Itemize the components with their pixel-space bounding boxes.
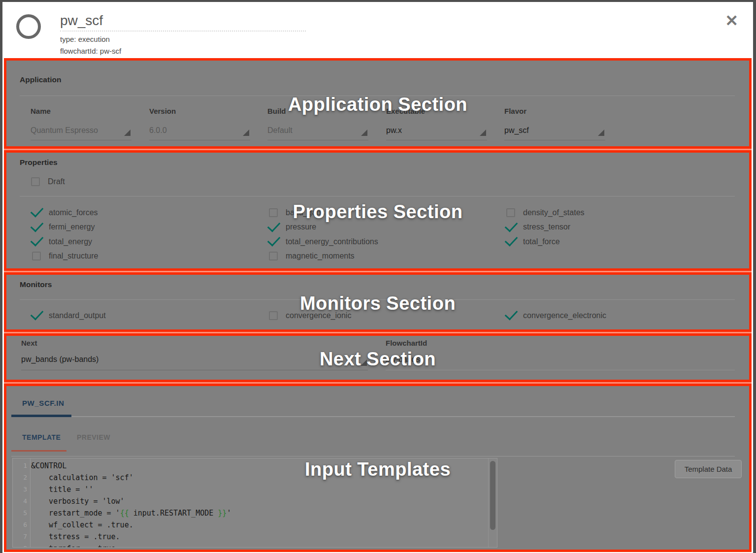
dialog-header: pw_scf type: execution flowchartId: pw-s… <box>2 2 753 58</box>
app-field-build: BuildDefault <box>267 107 368 140</box>
checkbox-item-band_gaps[interactable]: band_gaps <box>269 205 378 220</box>
code-line: wf_collect = .true. <box>31 519 488 531</box>
unit-flowchart-id-text: flowchartId: pw-scf <box>60 47 306 55</box>
build-select[interactable]: Default <box>267 126 368 140</box>
name-select[interactable]: Quantum Espresso <box>31 126 131 140</box>
line-number: 1 <box>13 460 30 472</box>
line-number: 2 <box>13 472 30 484</box>
checkbox-label: total_force <box>523 237 560 246</box>
editor-scrollbar[interactable] <box>488 458 497 547</box>
unchecked-checkbox <box>269 311 278 320</box>
unchecked-checkbox <box>269 252 278 260</box>
checkbox-item-pressure[interactable]: pressure <box>269 220 378 235</box>
active-tab-indicator <box>11 415 71 417</box>
checkbox-item-atomic_forces[interactable]: atomic_forces <box>32 205 99 220</box>
icon-cell <box>31 177 48 186</box>
next-unit-value: pw_bands (pw-bands) <box>21 355 99 363</box>
next-unit-field: Next pw_bands (pw-bands) <box>21 339 368 370</box>
icon-cell <box>506 237 523 246</box>
template-code-editor[interactable]: 12345678 &CONTROL calculation = 'scf' ti… <box>12 458 497 548</box>
annotation-box-input-templates: Input Templates PW_SCF.IN TEMPLATE PREVI… <box>4 384 752 552</box>
select-value: pw.x <box>386 126 402 134</box>
checkbox-column: atomic_forcesfermi_energytotal_energyfin… <box>32 205 99 263</box>
select-value: Default <box>267 126 293 134</box>
template-data-button[interactable]: Template Data <box>675 460 742 478</box>
field-label-version: Version <box>149 107 250 115</box>
checkbox-item-convergence_electronic[interactable]: convergence_electronic <box>506 308 606 323</box>
divider <box>20 196 735 196</box>
monitors-heading: Monitors <box>20 280 52 289</box>
subtab-divider <box>11 456 735 456</box>
unchecked-checkbox <box>32 252 41 260</box>
app-field-executable: Executablepw.x <box>386 107 487 140</box>
app-field-name: NameQuantum Espresso <box>31 107 131 140</box>
checkbox-label: pressure <box>286 223 316 231</box>
icon-cell <box>269 252 286 260</box>
checkbox-column: standard_output <box>32 308 106 323</box>
checkbox-label: total_energy <box>49 237 92 246</box>
app-field-flavor: Flavorpw_scf <box>504 107 605 140</box>
checkbox-label: magnetic_moments <box>286 252 355 260</box>
code-line: verbosity = 'low' <box>31 495 488 507</box>
tab-template[interactable]: TEMPLATE <box>22 433 61 441</box>
next-label: Next <box>21 339 368 347</box>
app-field-version: Version6.0.0 <box>149 107 250 140</box>
checked-icon <box>505 307 518 321</box>
checkbox-item-total_energy[interactable]: total_energy <box>32 234 99 249</box>
icon-cell <box>32 223 49 231</box>
unit-title-field[interactable]: pw_scf <box>60 13 306 32</box>
code-line: tstress = .true. <box>31 531 488 543</box>
dropdown-arrow-icon <box>598 130 604 136</box>
tab-preview[interactable]: PREVIEW <box>77 433 110 441</box>
tab-pw-scf-in[interactable]: PW_SCF.IN <box>22 399 64 407</box>
icon-cell <box>32 208 49 217</box>
icon-cell <box>269 237 286 246</box>
icon-cell <box>269 311 286 320</box>
checkbox-item-magnetic_moments[interactable]: magnetic_moments <box>269 249 378 264</box>
unit-type-text: type: execution <box>60 35 306 43</box>
field-label-build: Build <box>267 107 368 115</box>
draft-checkbox[interactable]: Draft <box>31 174 65 189</box>
dialog-body: Application Section Application NameQuan… <box>2 58 753 552</box>
code-area: &CONTROL calculation = 'scf' title = '' … <box>31 460 488 548</box>
icon-cell <box>32 237 49 246</box>
select-value: pw_scf <box>504 126 529 134</box>
flowchart-id-input[interactable]: pw-bands <box>386 355 735 370</box>
checkbox-item-total_force[interactable]: total_force <box>506 234 585 249</box>
flavor-select[interactable]: pw_scf <box>504 126 605 140</box>
checkbox-item-stress_tensor[interactable]: stress_tensor <box>506 220 585 235</box>
annotation-monitors-section: Monitors Section <box>6 293 749 314</box>
scrollbar-thumb[interactable] <box>490 461 495 530</box>
checked-icon <box>31 233 44 247</box>
unchecked-checkbox <box>269 208 278 217</box>
field-label-flavor: Flavor <box>504 107 605 115</box>
checkbox-column: band_gapspressuretotal_energy_contributi… <box>269 205 378 263</box>
select-value: 6.0.0 <box>149 126 167 134</box>
annotation-box-next: Next Section Next pw_bands (pw-bands) Fl… <box>4 333 752 382</box>
annotation-box-application: Application Section Application NameQuan… <box>4 58 752 149</box>
version-select[interactable]: 6.0.0 <box>149 126 250 140</box>
template-tab-indicator <box>11 450 66 452</box>
line-number: 8 <box>13 543 30 548</box>
checkbox-label: density_of_states <box>523 208 585 217</box>
checkbox-item-final_structure[interactable]: final_structure <box>32 249 99 264</box>
checkbox-item-density_of_states[interactable]: density_of_states <box>506 205 585 220</box>
checkbox-item-standard_output[interactable]: standard_output <box>32 308 106 323</box>
icon-cell <box>506 311 523 320</box>
dropdown-arrow-icon <box>361 359 367 366</box>
executable-select[interactable]: pw.x <box>386 126 487 140</box>
next-unit-select[interactable]: pw_bands (pw-bands) <box>21 355 368 370</box>
close-icon[interactable]: ✕ <box>725 13 738 29</box>
checkbox-item-fermi_energy[interactable]: fermi_energy <box>32 220 99 235</box>
divider <box>20 299 735 300</box>
checkbox-item-convergence_ionic[interactable]: convergence_ionic <box>269 308 351 323</box>
title-block: pw_scf type: execution flowchartId: pw-s… <box>60 13 306 55</box>
field-label-executable: Executable <box>386 107 487 115</box>
dropdown-arrow-icon <box>243 130 249 136</box>
code-line: calculation = 'scf' <box>31 472 488 484</box>
checkbox-label: atomic_forces <box>49 208 98 217</box>
checkbox-item-total_energy_contributions[interactable]: total_energy_contributions <box>269 234 378 249</box>
icon-cell <box>506 208 523 217</box>
checkbox-label: stress_tensor <box>523 223 570 231</box>
checkbox-label: Draft <box>48 177 65 186</box>
